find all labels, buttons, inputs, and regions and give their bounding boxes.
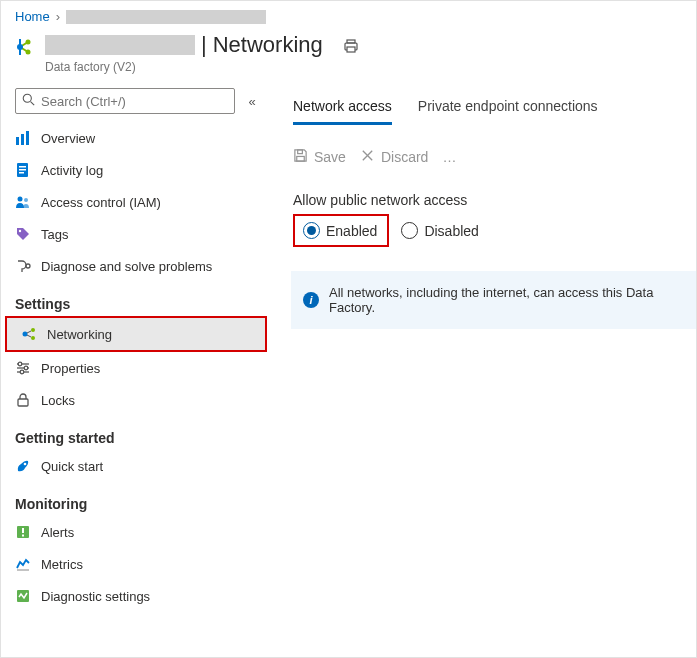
svg-rect-8 xyxy=(16,137,19,145)
svg-point-21 xyxy=(31,336,35,340)
sidebar: « Overview Activity log Access control (… xyxy=(1,80,271,612)
save-icon xyxy=(293,148,308,166)
radio-label: Disabled xyxy=(424,223,478,239)
sidebar-item-alerts[interactable]: Alerts xyxy=(1,516,271,548)
resource-name-redacted xyxy=(45,35,195,55)
svg-rect-5 xyxy=(347,47,355,52)
discard-button[interactable]: Discard xyxy=(360,148,428,166)
svg-rect-12 xyxy=(19,166,26,168)
sidebar-item-tags[interactable]: Tags xyxy=(1,218,271,250)
sidebar-item-overview[interactable]: Overview xyxy=(1,122,271,154)
sidebar-item-diagnostic-settings[interactable]: Diagnostic settings xyxy=(1,580,271,612)
sidebar-item-properties[interactable]: Properties xyxy=(1,352,271,384)
svg-point-2 xyxy=(26,50,31,55)
sidebar-item-label: Metrics xyxy=(41,557,83,572)
svg-point-25 xyxy=(18,362,22,366)
save-label: Save xyxy=(314,149,346,165)
activity-log-icon xyxy=(15,162,31,178)
sidebar-item-networking[interactable]: Networking xyxy=(7,318,265,350)
sidebar-item-label: Quick start xyxy=(41,459,103,474)
svg-rect-14 xyxy=(19,172,24,174)
svg-rect-9 xyxy=(21,134,24,145)
sidebar-item-metrics[interactable]: Metrics xyxy=(1,548,271,580)
save-button[interactable]: Save xyxy=(293,148,346,166)
sidebar-item-label: Locks xyxy=(41,393,75,408)
svg-rect-38 xyxy=(298,150,303,154)
sidebar-item-label: Networking xyxy=(47,327,112,342)
more-button[interactable]: … xyxy=(442,149,456,165)
svg-point-29 xyxy=(20,370,24,374)
radio-icon xyxy=(303,222,320,239)
access-control-icon xyxy=(15,194,31,210)
svg-line-7 xyxy=(31,102,35,106)
sidebar-item-label: Alerts xyxy=(41,525,74,540)
sidebar-item-locks[interactable]: Locks xyxy=(1,384,271,416)
sidebar-section-monitoring: Monitoring xyxy=(1,482,271,516)
svg-point-17 xyxy=(19,230,21,232)
radio-icon xyxy=(401,222,418,239)
radio-label: Enabled xyxy=(326,223,377,239)
radio-disabled[interactable]: Disabled xyxy=(397,218,484,243)
sidebar-item-diagnose[interactable]: Diagnose and solve problems xyxy=(1,250,271,282)
highlight-networking: Networking xyxy=(5,316,267,352)
tags-icon xyxy=(15,226,31,242)
svg-rect-4 xyxy=(347,40,355,43)
sidebar-item-label: Activity log xyxy=(41,163,103,178)
sidebar-item-label: Properties xyxy=(41,361,100,376)
breadcrumb-resource-redacted xyxy=(66,10,266,24)
networking-icon xyxy=(21,326,37,342)
svg-point-20 xyxy=(31,328,35,332)
sidebar-item-label: Tags xyxy=(41,227,68,242)
svg-rect-33 xyxy=(22,528,24,533)
alerts-icon xyxy=(15,524,31,540)
breadcrumb: Home › xyxy=(1,1,696,26)
tab-network-access[interactable]: Network access xyxy=(293,98,392,125)
breadcrumb-home[interactable]: Home xyxy=(15,9,50,24)
search-icon xyxy=(22,93,35,109)
search-input[interactable] xyxy=(15,88,235,114)
metrics-icon xyxy=(15,556,31,572)
svg-point-0 xyxy=(17,44,23,50)
svg-rect-37 xyxy=(297,156,305,161)
search-field[interactable] xyxy=(41,94,228,109)
svg-point-1 xyxy=(26,40,31,45)
svg-rect-13 xyxy=(19,169,26,171)
title-bar: | Networking Data factory (V2) xyxy=(1,26,696,80)
svg-point-27 xyxy=(24,366,28,370)
svg-point-18 xyxy=(26,264,30,268)
section-label-public-access: Allow public network access xyxy=(293,192,696,208)
data-factory-icon xyxy=(15,36,37,61)
sidebar-section-getting-started: Getting started xyxy=(1,416,271,450)
pipe-separator: | xyxy=(201,32,207,58)
sidebar-item-activity-log[interactable]: Activity log xyxy=(1,154,271,186)
locks-icon xyxy=(15,392,31,408)
collapse-sidebar-button[interactable]: « xyxy=(243,94,261,109)
sidebar-item-quick-start[interactable]: Quick start xyxy=(1,450,271,482)
svg-line-23 xyxy=(27,335,31,337)
print-icon[interactable] xyxy=(343,38,359,57)
sidebar-item-access-control[interactable]: Access control (IAM) xyxy=(1,186,271,218)
highlight-enabled: Enabled xyxy=(293,214,389,247)
tab-private-endpoint[interactable]: Private endpoint connections xyxy=(418,98,598,125)
overview-icon xyxy=(15,130,31,146)
svg-line-22 xyxy=(27,331,31,333)
sidebar-item-label: Diagnostic settings xyxy=(41,589,150,604)
command-bar: Save Discard … xyxy=(293,148,696,166)
chevron-right-icon: › xyxy=(56,9,60,24)
sidebar-item-label: Diagnose and solve problems xyxy=(41,259,212,274)
radio-group-public-access: Enabled Disabled xyxy=(293,214,696,247)
sidebar-section-settings: Settings xyxy=(1,282,271,316)
diagnostic-settings-icon xyxy=(15,588,31,604)
main-content: Network access Private endpoint connecti… xyxy=(271,80,696,612)
info-text: All networks, including the internet, ca… xyxy=(329,285,684,315)
svg-point-6 xyxy=(23,94,31,102)
svg-point-31 xyxy=(24,463,27,466)
tabs: Network access Private endpoint connecti… xyxy=(293,98,696,126)
properties-icon xyxy=(15,360,31,376)
radio-enabled[interactable]: Enabled xyxy=(299,218,383,243)
svg-point-16 xyxy=(24,198,28,202)
info-banner: i All networks, including the internet, … xyxy=(291,271,696,329)
diagnose-icon xyxy=(15,258,31,274)
sidebar-item-label: Overview xyxy=(41,131,95,146)
discard-label: Discard xyxy=(381,149,428,165)
